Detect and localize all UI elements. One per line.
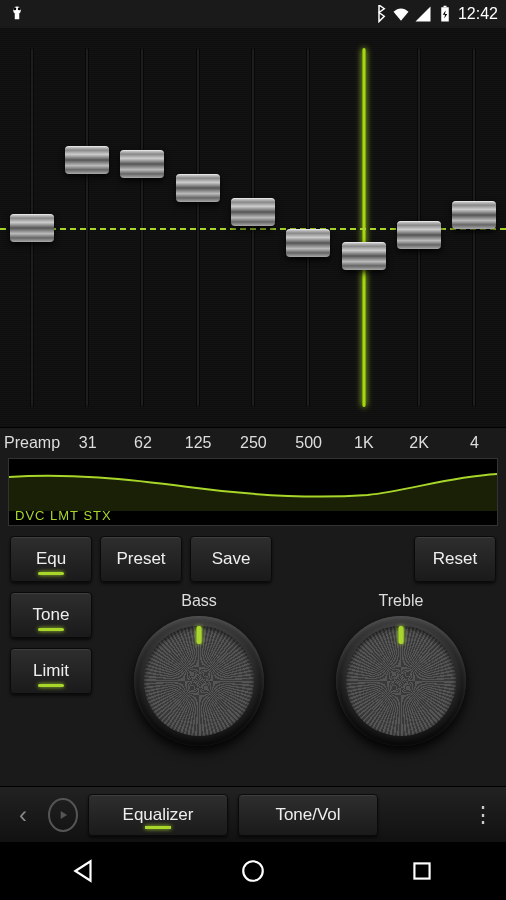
bass-label: Bass <box>181 592 217 610</box>
nav-home-icon[interactable] <box>240 858 266 884</box>
clock: 12:42 <box>458 5 498 23</box>
preset-button[interactable]: Preset <box>100 536 182 582</box>
band-label: 62 <box>115 428 170 458</box>
band-labels-row: Preamp31621252505001K2K4 <box>0 428 506 458</box>
menu-icon[interactable]: ⋮ <box>468 802 498 828</box>
nav-recent-icon[interactable] <box>409 858 435 884</box>
svg-rect-1 <box>15 13 20 19</box>
slider-knob[interactable] <box>65 146 109 174</box>
dsp-indicators: DVC LMT STX <box>15 508 112 523</box>
band-label: 2K <box>392 428 447 458</box>
tab-equalizer[interactable]: Equalizer <box>88 794 228 836</box>
band-label: 31 <box>60 428 115 458</box>
band-label: 4 <box>447 428 502 458</box>
band-label: 125 <box>171 428 226 458</box>
tone-button[interactable]: Tone <box>10 592 92 638</box>
bass-dial[interactable] <box>134 616 264 746</box>
svg-rect-7 <box>414 863 429 878</box>
eq-button-row: Equ Preset Save Reset <box>0 526 506 582</box>
eq-slider-2k[interactable] <box>399 28 439 427</box>
bluetooth-icon <box>370 5 388 23</box>
slider-knob[interactable] <box>176 174 220 202</box>
band-label: 250 <box>226 428 281 458</box>
reset-button[interactable]: Reset <box>414 536 496 582</box>
slider-knob[interactable] <box>10 214 54 242</box>
signal-icon <box>414 5 432 23</box>
slider-knob[interactable] <box>286 229 330 257</box>
band-label: 1K <box>336 428 391 458</box>
eq-slider-preamp[interactable] <box>12 28 52 427</box>
tone-dial-row: Tone Limit Bass Treble <box>0 582 506 746</box>
equalizer-sliders-area <box>0 28 506 428</box>
spectrum-display: DVC LMT STX <box>8 458 498 526</box>
android-nav-bar <box>0 842 506 900</box>
svg-point-3 <box>18 7 21 10</box>
tab-tonevol[interactable]: Tone/Vol <box>238 794 378 836</box>
slider-knob[interactable] <box>397 221 441 249</box>
slider-knob[interactable] <box>120 150 164 178</box>
bottom-tab-bar: ‹ Equalizer Tone/Vol ⋮ <box>0 786 506 842</box>
back-chevron-icon[interactable]: ‹ <box>8 801 38 829</box>
limit-button[interactable]: Limit <box>10 648 92 694</box>
slider-knob[interactable] <box>342 242 386 270</box>
treble-dial[interactable] <box>336 616 466 746</box>
svg-rect-5 <box>443 6 446 8</box>
band-label: 500 <box>281 428 336 458</box>
nav-back-icon[interactable] <box>71 858 97 884</box>
play-button[interactable] <box>48 798 78 832</box>
treble-label: Treble <box>379 592 424 610</box>
battery-charging-icon <box>436 5 454 23</box>
equ-button[interactable]: Equ <box>10 536 92 582</box>
slider-knob[interactable] <box>231 198 275 226</box>
svg-point-6 <box>243 861 263 881</box>
wifi-icon <box>392 5 410 23</box>
eq-slider-4[interactable] <box>454 28 494 427</box>
save-button[interactable]: Save <box>190 536 272 582</box>
band-label: Preamp <box>4 428 60 458</box>
notification-icon <box>8 5 26 23</box>
svg-point-2 <box>13 7 16 10</box>
slider-knob[interactable] <box>452 201 496 229</box>
status-bar: 12:42 <box>0 0 506 28</box>
